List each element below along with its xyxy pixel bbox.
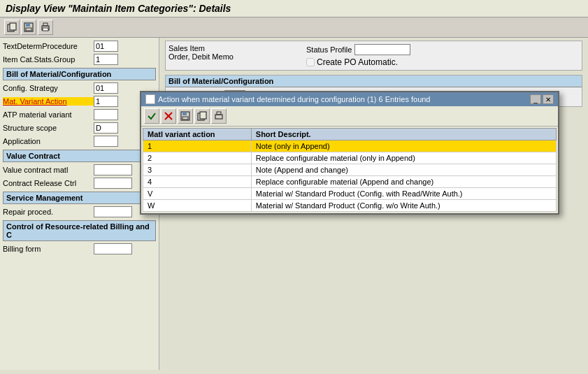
modal-table-row[interactable]: VMaterial w/ Standard Product (Config. w… xyxy=(143,188,557,200)
col-header-desc: Short Descript. xyxy=(251,129,556,141)
modal-row-desc: Note (only in Append) xyxy=(251,141,556,152)
modal-table-row[interactable]: WMaterial w/ Standard Product (Config. w… xyxy=(143,200,557,212)
modal-row-key: 2 xyxy=(143,152,252,164)
modal-copy-button[interactable] xyxy=(194,108,210,124)
svg-rect-12 xyxy=(182,117,188,120)
modal-table-row[interactable]: 2Replace configurable material (only in … xyxy=(143,152,557,164)
modal-overlay: ☑ Action when material variant determine… xyxy=(0,0,588,374)
modal-table: Matl variant action Short Descript. 1Not… xyxy=(143,128,557,212)
modal-row-desc: Note (Append and change) xyxy=(251,164,556,176)
modal-cancel-button[interactable] xyxy=(161,108,176,124)
modal-dialog: ☑ Action when material variant determine… xyxy=(140,91,559,215)
modal-close-button[interactable]: ✕ xyxy=(543,94,554,104)
modal-title-left: ☑ Action when material variant determine… xyxy=(145,94,431,104)
modal-print-button[interactable] xyxy=(211,108,227,124)
modal-row-key: 3 xyxy=(143,164,252,176)
modal-title-bar: ☑ Action when material variant determine… xyxy=(141,92,558,106)
modal-table-container: Matl variant action Short Descript. 1Not… xyxy=(141,127,558,213)
modal-row-key: W xyxy=(143,200,252,212)
modal-row-key: 1 xyxy=(143,141,252,152)
modal-table-row[interactable]: 4Replace configurable material (Append a… xyxy=(143,176,557,188)
modal-save-button[interactable] xyxy=(178,108,193,124)
modal-row-desc: Replace configurable material (only in A… xyxy=(251,152,556,164)
svg-rect-14 xyxy=(200,112,206,119)
modal-table-row[interactable]: 3Note (Append and change) xyxy=(143,164,557,176)
modal-icon: ☑ xyxy=(145,94,155,104)
svg-rect-16 xyxy=(217,112,221,115)
svg-rect-11 xyxy=(182,112,187,115)
modal-title-text: Action when material variant determined … xyxy=(158,95,431,103)
col-header-action: Matl variant action xyxy=(143,129,252,141)
modal-row-desc: Material w/ Standard Product (Config. wi… xyxy=(251,188,556,200)
modal-table-row[interactable]: 1Note (only in Append) xyxy=(143,141,557,152)
modal-row-key: V xyxy=(143,188,252,200)
modal-check-button[interactable] xyxy=(144,108,159,124)
modal-row-desc: Material w/ Standard Product (Config. w/… xyxy=(251,200,556,212)
modal-minimize-button[interactable]: _ xyxy=(530,94,541,104)
modal-title-controls: _ ✕ xyxy=(530,94,554,104)
modal-toolbar xyxy=(141,106,558,127)
modal-row-desc: Replace configurable material (Append an… xyxy=(251,176,556,188)
svg-rect-15 xyxy=(215,115,222,119)
modal-row-key: 4 xyxy=(143,176,252,188)
